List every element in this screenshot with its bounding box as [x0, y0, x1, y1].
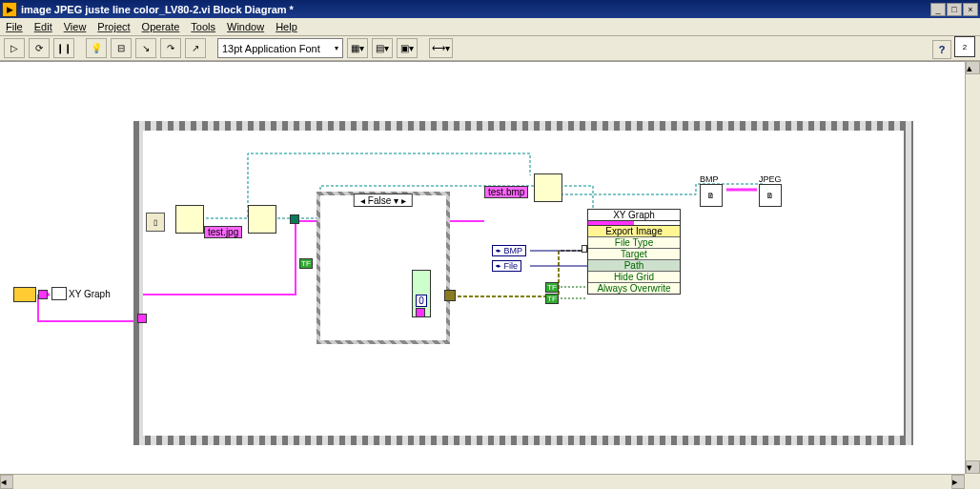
pause-button[interactable]: ❙❙: [53, 38, 74, 58]
bundle-node[interactable]: [13, 287, 36, 302]
reorder-button[interactable]: ⟷▾: [429, 38, 453, 58]
title-bar: ▶ image JPEG juste line color_LV80-2.vi …: [0, 0, 980, 18]
bundle-output: [38, 290, 48, 299]
xy-graph-icon: [51, 287, 67, 300]
invoke-node[interactable]: XY Graph Export Image File Type Target P…: [587, 209, 681, 295]
write-bmp-node[interactable]: 🗎: [700, 184, 723, 207]
tunnel-node: [137, 314, 147, 323]
resize-button[interactable]: ▣▾: [397, 38, 418, 58]
test-jpg-constant[interactable]: test.jpg: [204, 226, 242, 238]
chevron-down-icon: ▾: [335, 44, 338, 52]
write-jpeg-node[interactable]: 🗎: [759, 184, 782, 207]
boolean-constant-3[interactable]: TF: [545, 294, 559, 304]
block-diagram-canvas[interactable]: XY Graph ▯ test.jpg TF ◂ False ▾ ▸ 0 tes…: [0, 61, 965, 474]
align-button[interactable]: ▦▾: [347, 38, 368, 58]
sequence-tunnel: [290, 214, 299, 224]
test-bmp-constant[interactable]: test.bmp: [484, 186, 528, 198]
case-prev-icon[interactable]: ◂: [360, 195, 365, 206]
subvi-read-node[interactable]: [175, 205, 204, 234]
font-selector[interactable]: 13pt Application Font ▾: [217, 38, 343, 58]
case-output-tunnel: [444, 290, 456, 301]
toolbar-separator: [78, 38, 82, 58]
boolean-constant-1[interactable]: TF: [299, 258, 313, 269]
boolean-constant-2[interactable]: TF: [545, 282, 559, 293]
case-dropdown-icon[interactable]: ▾: [394, 195, 398, 206]
case-selector-value: False: [368, 195, 391, 206]
step-into-button[interactable]: ↘: [135, 38, 156, 58]
menu-window[interactable]: Window: [227, 21, 264, 32]
invoke-header: XY Graph: [588, 210, 680, 221]
bmp-label: BMP: [700, 174, 719, 184]
maximize-button[interactable]: □: [947, 3, 962, 16]
menu-operate[interactable]: Operate: [142, 21, 180, 32]
run-continuous-button[interactable]: ⟳: [29, 38, 50, 58]
menu-view[interactable]: View: [64, 21, 87, 32]
invoke-arg-hidegrid[interactable]: Hide Grid: [588, 271, 680, 282]
chevron-down-icon: •▸: [496, 262, 501, 270]
retain-wire-button[interactable]: ⊟: [111, 38, 132, 58]
step-over-button[interactable]: ↷: [160, 38, 181, 58]
case-structure[interactable]: ◂ False ▾ ▸: [316, 192, 450, 344]
invoke-arg-filetype[interactable]: File Type: [588, 236, 680, 248]
menu-file[interactable]: File: [6, 21, 23, 32]
scroll-up-button[interactable]: ▴: [966, 61, 980, 74]
scroll-down-button[interactable]: ▾: [966, 460, 980, 474]
invoke-arg-target[interactable]: Target: [588, 248, 680, 259]
context-help-button[interactable]: ?: [932, 40, 951, 59]
close-button[interactable]: ×: [963, 3, 978, 16]
labview-icon: ▶: [2, 2, 17, 17]
invoke-arg-overwrite[interactable]: Always Overwrite: [588, 282, 680, 294]
horizontal-scrollbar[interactable]: ◂ ▸: [0, 474, 965, 489]
step-out-button[interactable]: ↗: [185, 38, 206, 58]
toolbar-separator-2: [210, 38, 214, 58]
flat-sequence-structure[interactable]: [133, 121, 913, 445]
path-constant-node[interactable]: ▯: [146, 213, 165, 232]
case-next-icon[interactable]: ▸: [401, 195, 406, 206]
invoke-arg-path[interactable]: Path: [588, 259, 680, 271]
menu-help[interactable]: Help: [276, 21, 297, 32]
window-title: image JPEG juste line color_LV80-2.vi Bl…: [21, 4, 930, 15]
distribute-button[interactable]: ▤▾: [372, 38, 393, 58]
case-selector[interactable]: ◂ False ▾ ▸: [354, 194, 413, 207]
xy-graph-terminal[interactable]: XY Graph: [51, 287, 111, 300]
ring-constant-file[interactable]: •▸File: [492, 260, 521, 272]
minimize-button[interactable]: _: [930, 3, 946, 16]
vi-icon[interactable]: 2: [954, 36, 975, 57]
menu-edit[interactable]: Edit: [34, 21, 52, 32]
scroll-right-button[interactable]: ▸: [951, 475, 965, 489]
toolbar-separator-3: [421, 38, 425, 58]
menu-tools[interactable]: Tools: [191, 21, 215, 32]
ring-constant-bmp[interactable]: •▸BMP: [492, 245, 526, 256]
subvi-write-bmp-node[interactable]: [534, 173, 562, 202]
toolbar: ▷ ⟳ ❙❙ 💡 ⊟ ↘ ↷ ↗ 13pt Application Font ▾…: [0, 36, 980, 61]
window-buttons: _ □ ×: [930, 3, 978, 16]
app-window: ▶ image JPEG juste line color_LV80-2.vi …: [0, 0, 980, 489]
jpeg-label: JPEG: [759, 174, 782, 184]
subvi-process-node[interactable]: [248, 205, 276, 234]
numeric-constant-zero[interactable]: 0: [416, 295, 427, 307]
menu-bar[interactable]: File Edit View Project Operate Tools Win…: [0, 18, 980, 36]
scrollbar-corner: [965, 474, 980, 489]
run-button[interactable]: ▷: [4, 38, 25, 58]
menu-project[interactable]: Project: [97, 21, 130, 32]
invoke-method[interactable]: Export Image: [588, 225, 680, 236]
chevron-down-icon: •▸: [496, 247, 501, 255]
vertical-scrollbar[interactable]: ▴ ▾: [965, 61, 980, 474]
highlight-exec-button[interactable]: 💡: [86, 38, 107, 58]
scroll-left-button[interactable]: ◂: [0, 475, 13, 489]
font-selector-text: 13pt Application Font: [222, 43, 320, 54]
invoke-terminal: [582, 245, 587, 253]
array-element: [416, 308, 425, 317]
xy-graph-label: XY Graph: [69, 289, 111, 299]
